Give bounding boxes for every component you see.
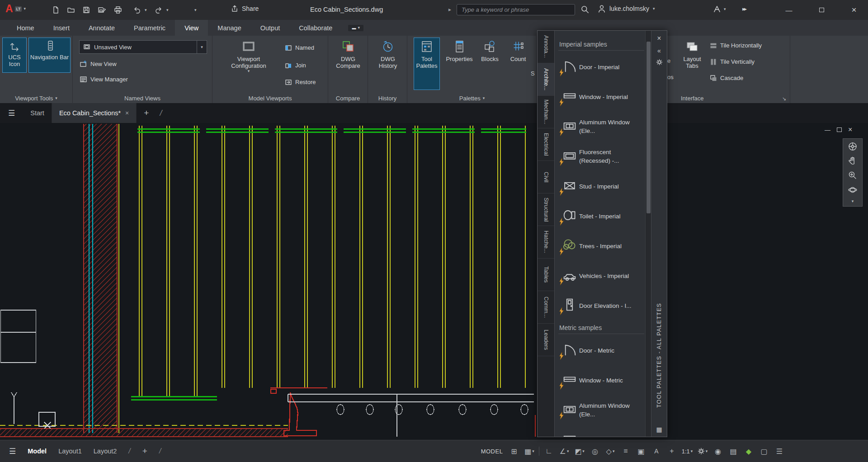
polar-tracking-icon[interactable]: ∠▾: [558, 445, 570, 457]
tab-start[interactable]: Start: [23, 103, 52, 123]
palette-item-aluminum-window-metric[interactable]: Aluminum Window (Ele...: [558, 395, 644, 425]
grid-display-icon[interactable]: ⊞: [508, 445, 520, 457]
open-file-button[interactable]: [64, 3, 78, 17]
app-store-menu[interactable]: ▾: [712, 5, 726, 14]
new-layout-button[interactable]: +: [142, 446, 147, 456]
annotation-monitor-icon[interactable]: ◉: [712, 445, 724, 457]
new-view-button[interactable]: New View: [80, 58, 117, 70]
palette-item-vehicles-imperial[interactable]: Vehicles - Imperial: [558, 261, 644, 291]
snap-mode-icon[interactable]: ▦▾: [524, 445, 535, 457]
restore-viewport-button[interactable]: Restore: [285, 76, 316, 88]
qat-customize-icon[interactable]: ▾: [194, 8, 197, 12]
workspace-switching-icon[interactable]: ▾: [697, 445, 708, 457]
palette-scrollbar[interactable]: [645, 31, 651, 437]
tab-layout1[interactable]: Layout1: [58, 448, 82, 455]
dwg-compare-button[interactable]: DWG Compare: [334, 38, 363, 93]
full-navigation-wheel-icon[interactable]: [848, 141, 858, 151]
tab-view[interactable]: View: [175, 20, 208, 36]
palette-item-trees-imperial[interactable]: Trees - Imperial: [558, 231, 644, 261]
tab-drawing-active[interactable]: Eco Cabin_Sections* ×: [52, 103, 137, 123]
blocks-button[interactable]: Blocks: [478, 38, 502, 93]
properties-button[interactable]: Properties: [445, 38, 473, 93]
palette-item-door-metric[interactable]: Door - Metric: [558, 335, 644, 365]
file-tab-menu-button[interactable]: ☰: [0, 103, 23, 123]
autoscale-icon[interactable]: +: [666, 445, 678, 457]
palette-grid-icon[interactable]: ▦: [651, 426, 667, 433]
tab-insert[interactable]: Insert: [44, 20, 79, 36]
chevron-right-icon[interactable]: ▸: [448, 6, 451, 13]
tab-manage[interactable]: Manage: [208, 20, 250, 36]
minimize-button[interactable]: —: [776, 0, 802, 20]
palette-tab-tables[interactable]: Tables: [538, 259, 554, 291]
graphics-performance-icon[interactable]: ◆: [743, 445, 755, 457]
panel-dialog-launcher-icon[interactable]: ↘: [782, 96, 786, 102]
palette-vertical-title[interactable]: TOOL PALETTES - ALL PALETTES: [656, 303, 662, 408]
ortho-mode-icon[interactable]: ∟: [543, 445, 555, 457]
palette-tab-electrical[interactable]: Electrical: [538, 128, 554, 161]
named-viewport-button[interactable]: Named: [285, 42, 314, 54]
annotation-scale-button[interactable]: 1:1▾: [681, 445, 693, 457]
isometric-drafting-icon[interactable]: ◩▾: [574, 445, 585, 457]
palette-properties-gear-icon[interactable]: [656, 59, 663, 66]
palette-close-icon[interactable]: ×: [651, 34, 667, 42]
share-button[interactable]: Share: [231, 5, 259, 13]
ucs-icon-toggle-button[interactable]: UCS Icon: [2, 38, 27, 73]
redo-button[interactable]: [152, 3, 165, 17]
scrollbar-thumb[interactable]: [646, 42, 651, 213]
palette-tab-leaders[interactable]: Leaders: [538, 324, 554, 356]
tab-output[interactable]: Output: [251, 20, 290, 36]
fast-forward-icon[interactable]: ▸▸: [742, 5, 745, 12]
panel-flyout-icon[interactable]: ▾: [55, 96, 57, 100]
annotation-visibility-icon[interactable]: A: [651, 445, 662, 457]
search-input[interactable]: [457, 4, 575, 15]
save-button[interactable]: [80, 3, 93, 17]
navbar-more-icon[interactable]: ▾: [852, 199, 854, 203]
customization-icon[interactable]: ☰: [774, 445, 785, 457]
drawing-area[interactable]: — × ▾: [0, 123, 868, 440]
palette-tab-architectural[interactable]: Archite...: [538, 63, 554, 96]
viewport-close-icon[interactable]: ×: [848, 126, 852, 134]
search-button[interactable]: [580, 5, 590, 16]
tab-layout2[interactable]: Layout2: [94, 448, 117, 455]
redo-dropdown-icon[interactable]: ▾: [166, 8, 169, 12]
drawing-canvas[interactable]: [0, 123, 868, 440]
layout-menu-hamburger-icon[interactable]: ☰: [9, 447, 16, 456]
object-snap-tracking-icon[interactable]: ◎: [589, 445, 601, 457]
tile-horizontally-button[interactable]: Tile Horizontally: [710, 39, 762, 52]
app-menu-button[interactable]: A LT ▾: [5, 3, 26, 15]
palette-item-toilet-imperial[interactable]: Toilet - Imperial: [558, 201, 644, 231]
view-combo-box[interactable]: Unsaved View ▾: [79, 40, 207, 54]
dwg-history-button[interactable]: DWG History: [373, 38, 402, 93]
count-button[interactable]: Count: [506, 38, 530, 93]
account-menu[interactable]: luke.cholmsky ▾: [598, 5, 655, 13]
palette-tab-annotation[interactable]: Annota...: [538, 31, 554, 63]
new-tab-button[interactable]: +: [137, 103, 156, 123]
palette-tab-civil[interactable]: Civil: [538, 161, 554, 193]
tab-annotate[interactable]: Annotate: [79, 20, 124, 36]
palette-item-door-imperial[interactable]: Door - Imperial: [558, 52, 644, 82]
palette-item-aluminum-window-imperial[interactable]: Aluminum Window (Ele...: [558, 112, 644, 141]
palette-item-window-metric[interactable]: Window - Metric: [558, 365, 644, 395]
close-button[interactable]: ×: [841, 0, 867, 20]
quick-properties-icon[interactable]: ▤: [727, 445, 739, 457]
tab-collaborate[interactable]: Collaborate: [289, 20, 342, 36]
object-snap-icon[interactable]: ◇▾: [604, 445, 616, 457]
tile-vertically-button[interactable]: Tile Vertically: [710, 56, 755, 68]
tab-home[interactable]: Home: [7, 20, 44, 36]
isolate-objects-icon[interactable]: ▢: [758, 445, 770, 457]
palette-item-window-imperial[interactable]: Window - Imperial: [558, 82, 644, 112]
undo-dropdown-icon[interactable]: ▾: [145, 8, 147, 12]
layout-tabs-button[interactable]: Layout Tabs: [678, 38, 706, 93]
cascade-button[interactable]: Cascade: [710, 72, 743, 84]
viewport-configuration-button[interactable]: Viewport Configuration ▾: [224, 38, 274, 93]
close-tab-icon[interactable]: ×: [125, 109, 129, 117]
save-as-button[interactable]: [95, 3, 108, 17]
palette-tab-command[interactable]: Comm...: [538, 291, 554, 324]
lineweight-icon[interactable]: ≡: [620, 445, 632, 457]
maximize-button[interactable]: [808, 0, 835, 20]
plot-button[interactable]: [111, 3, 125, 17]
viewport-restore-icon[interactable]: [837, 127, 842, 132]
join-viewport-button[interactable]: Join: [285, 59, 306, 71]
palette-tab-hatches[interactable]: Hatche...: [538, 226, 554, 259]
undo-button[interactable]: [130, 3, 144, 17]
